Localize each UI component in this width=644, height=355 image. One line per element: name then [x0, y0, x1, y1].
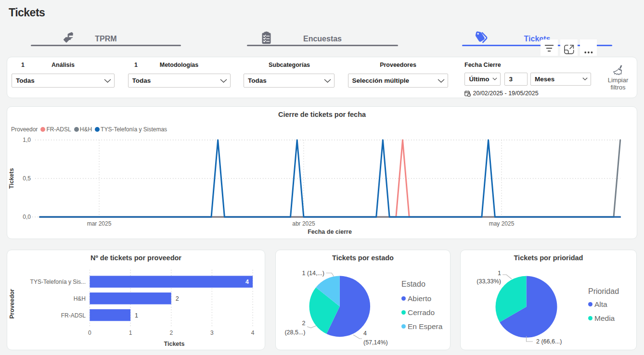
metodologias-label: Metodologías	[160, 62, 199, 68]
analisis-label: Análisis	[52, 62, 75, 68]
ultimo-dropdown[interactable]: Último	[464, 73, 501, 86]
analisis-dropdown-value: Todas	[16, 77, 104, 84]
bar-value-label: 4	[245, 279, 249, 285]
line-chart-plot[interactable]: 0,00,51,0mar 2025abr 2025may 2025Tickets…	[7, 107, 637, 239]
x-axis-title: Tickets	[164, 341, 185, 347]
chevron-down-icon	[104, 79, 111, 83]
pie-estado-legend: Estado Abierto Cerrado En Espera	[401, 280, 442, 333]
chevron-down-icon	[492, 77, 497, 80]
bar-chart-plot[interactable]: 01234TYS-Telefonía y Sis...4H&H2FR-ADSL1…	[7, 250, 265, 350]
callout-leader	[326, 273, 334, 277]
pie-prioridad-legend: Prioridad Alta Media	[588, 287, 619, 325]
analisis-count: 1	[21, 62, 25, 68]
amount-input[interactable]: 3	[504, 73, 528, 86]
pie-callout-label: (57,14%)	[363, 339, 388, 346]
chevron-down-icon	[582, 77, 588, 80]
x-tick-label: mar 2025	[87, 220, 112, 227]
bar-fr-adsl[interactable]	[90, 309, 130, 321]
pie-callout-label: 1 (14,...)	[302, 270, 324, 277]
legend-item-media[interactable]: Media	[588, 311, 619, 325]
legend-dot	[588, 302, 592, 306]
pie-estado-card: Tickets por estado 4(57,14%)2(28,5...)1 …	[275, 250, 451, 350]
subcategorias-dropdown[interactable]: Todas	[244, 74, 335, 88]
bar-tys-telefon-a-y-sis-[interactable]	[90, 276, 253, 288]
pie-callout-label: 2 (66,6...)	[536, 338, 562, 345]
bar-value-label: 2	[176, 295, 179, 302]
metodologias-dropdown-value: Todas	[132, 77, 220, 84]
amount-input-value: 3	[509, 76, 513, 83]
proveedores-label: Proveedores	[380, 62, 416, 68]
metodologias-count: 1	[134, 62, 138, 68]
pie-callout-label: (33,33%)	[477, 278, 501, 285]
legend-item-abierto[interactable]: Abierto	[401, 292, 442, 305]
x-tick-label: abr 2025	[292, 220, 315, 227]
bar-category-label: TYS-Telefonía y Sis...	[30, 279, 86, 285]
more-options-button[interactable]	[580, 39, 597, 56]
x-tick-label: may 2025	[489, 220, 515, 227]
y-axis-title: Proveedor	[9, 289, 15, 319]
subcategorias-dropdown-value: Todas	[248, 77, 324, 84]
clear-filters-button[interactable]: Limpiar filtros	[601, 76, 635, 91]
callout-leader	[353, 335, 362, 339]
filter-button[interactable]	[541, 39, 558, 56]
fecha-cierre-label: Fecha Cierre	[464, 62, 501, 68]
pie-prioridad-card: Tickets por prioridad 2 (66,6...)1(33,33…	[460, 250, 637, 350]
tab-encuestas[interactable]: Encuestas	[247, 29, 398, 46]
filter-bar: 1 Análisis 1 Metodologías Subcategorías …	[7, 57, 637, 98]
legend-dot	[401, 310, 406, 315]
callout-leader	[307, 326, 317, 328]
legend-title: Estado	[401, 280, 442, 289]
legend-label: Alta	[594, 300, 607, 309]
x-axis-title: Fecha de cierre	[308, 228, 352, 235]
x-tick-label: 0	[88, 330, 91, 336]
tab-tprm[interactable]: TPRM	[31, 29, 181, 46]
bar-value-label: 1	[135, 312, 138, 319]
x-tick-label: 4	[251, 330, 255, 336]
legend-label: Media	[594, 314, 615, 323]
pie-callout-label: 1	[498, 270, 501, 277]
legend-item-alta[interactable]: Alta	[588, 297, 619, 311]
calendar-clock-icon	[464, 90, 471, 97]
chevron-down-icon	[220, 79, 227, 83]
chevron-down-icon	[438, 79, 445, 83]
legend-label: Abierto	[408, 294, 431, 303]
popout-icon	[564, 45, 574, 56]
legend-dot	[588, 316, 592, 320]
chevron-down-icon	[324, 79, 331, 83]
pie-callout-label: (28,5...)	[284, 329, 305, 336]
bar-category-label: H&H	[74, 295, 86, 302]
legend-dot	[401, 324, 406, 329]
subcategorias-label: Subcategorías	[269, 62, 310, 68]
proveedores-dropdown[interactable]: Selección múltiple	[348, 74, 448, 88]
pie-callout-label: 4	[363, 330, 367, 337]
date-range-text: 20/02/2025 - 19/05/2025	[473, 90, 539, 97]
proveedores-dropdown-value: Selección múltiple	[352, 77, 438, 84]
bar-h-h[interactable]	[90, 292, 171, 304]
legend-item-cerrado[interactable]: Cerrado	[401, 305, 442, 319]
more-icon	[584, 47, 593, 56]
metodologias-dropdown[interactable]: Todas	[128, 74, 231, 88]
legend-label: En Espera	[408, 322, 442, 331]
tab-encuestas-underline	[247, 45, 398, 46]
popout-button[interactable]	[560, 39, 578, 56]
x-tick-label: 1	[129, 330, 132, 336]
meses-dropdown-value: Meses	[535, 76, 582, 83]
legend-title: Prioridad	[588, 287, 619, 296]
y-tick-label: 1,0	[23, 137, 31, 143]
clear-filters-label2: filtros	[601, 84, 635, 91]
ultimo-dropdown-value: Último	[469, 76, 492, 83]
callout-leader	[502, 275, 512, 279]
analisis-dropdown[interactable]: Todas	[12, 74, 115, 88]
broom-icon	[613, 64, 622, 77]
tab-encuestas-label: Encuestas	[247, 35, 398, 43]
bar-chart-card: Nº de tickets por proveedor 01234TYS-Tel…	[7, 250, 265, 350]
y-axis-title: Tickets	[8, 168, 15, 189]
filter-icon	[544, 44, 554, 54]
legend-item-en-espera[interactable]: En Espera	[401, 319, 442, 333]
x-tick-label: 2	[169, 330, 173, 336]
tab-tprm-label: TPRM	[31, 35, 181, 43]
legend-label: Cerrado	[408, 308, 435, 317]
meses-dropdown[interactable]: Meses	[530, 73, 591, 86]
legend-dot	[401, 296, 406, 301]
bar-category-label: FR-ADSL	[61, 312, 86, 319]
